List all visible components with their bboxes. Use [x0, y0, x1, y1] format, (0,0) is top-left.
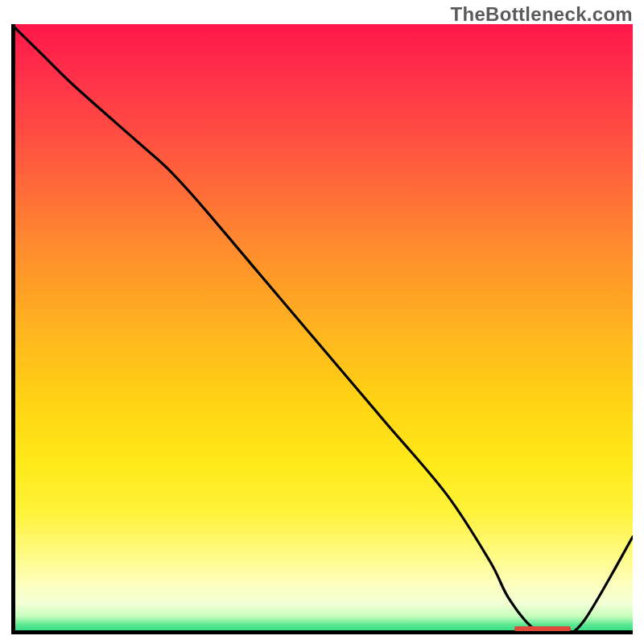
- plot-area: [11, 24, 633, 634]
- bottleneck-curve: [11, 24, 633, 634]
- curve-path: [11, 24, 633, 634]
- optimal-range-marker: [514, 626, 570, 631]
- watermark-text: TheBottleneck.com: [451, 3, 633, 26]
- chart-container: TheBottleneck.com: [0, 0, 644, 644]
